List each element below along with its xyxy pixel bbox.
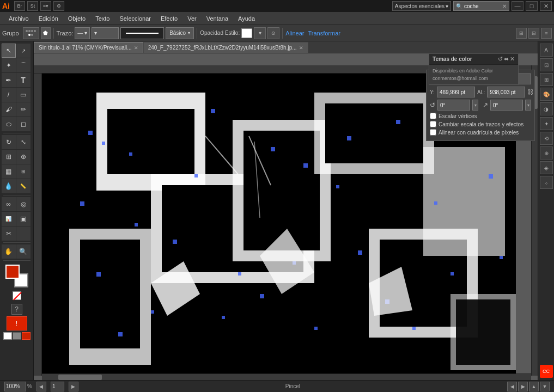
workspace-selector[interactable]: Aspectos esenciales ▾	[392, 1, 451, 11]
btn-icon-3[interactable]: ≡▾	[40, 1, 51, 11]
mesh-tool[interactable]: ⊞	[16, 164, 31, 179]
magic-wand-tool[interactable]: ✦	[2, 58, 16, 72]
temas-refresh-icon[interactable]: ↺	[498, 56, 503, 63]
selection-tool[interactable]: ↖	[2, 44, 16, 58]
angle1-input[interactable]	[437, 100, 470, 111]
transform-origin-grid[interactable]	[23, 27, 39, 39]
column-graph-tool[interactable]: 📊	[2, 212, 16, 226]
close-button[interactable]: ✕	[540, 1, 552, 11]
pencil-tool[interactable]: ✏	[16, 102, 31, 117]
panel-btn-4[interactable]: 🎨	[540, 88, 553, 101]
rectangle-tool[interactable]: ▭	[16, 88, 31, 102]
horizontal-scrollbar[interactable]	[42, 373, 531, 380]
gradient-tool[interactable]: ▦	[2, 164, 16, 179]
panel-btn-8[interactable]: ⊕	[540, 146, 553, 160]
eraser-tool[interactable]: ◻	[16, 117, 31, 131]
scale-tool[interactable]: ⤡	[16, 135, 31, 149]
angle2-dropdown[interactable]: ▾	[525, 100, 531, 111]
panel-btn-1[interactable]: A	[540, 44, 553, 57]
maximize-button[interactable]: □	[526, 1, 538, 11]
prev-page-btn[interactable]: ◀	[36, 382, 46, 391]
horizontal-scroll-thumb[interactable]	[58, 375, 102, 380]
lasso-tool[interactable]: ⌒	[16, 58, 31, 72]
grid-icon[interactable]: ⊞	[516, 28, 527, 39]
panel-btn-5[interactable]: ◑	[540, 102, 553, 115]
tab-2-close[interactable]: ✕	[299, 45, 303, 51]
shape-builder-tool[interactable]: ⊕	[16, 150, 31, 164]
slice-tool[interactable]: ✂	[2, 226, 16, 241]
hand-tool[interactable]: ✋	[2, 244, 16, 259]
panel-btn-6[interactable]: ✦	[540, 117, 553, 130]
measure-tool[interactable]: 📏	[16, 179, 31, 193]
tab-2[interactable]: 240_F_79227252_fRJxLbLtXZzw2D2tyyuM14i58…	[143, 42, 308, 53]
panel-btn-3[interactable]: ⊞	[540, 73, 553, 86]
blob-brush-tool[interactable]: ⬭	[2, 117, 16, 131]
temas-close-icon[interactable]: ✕	[510, 56, 515, 63]
menu-efecto[interactable]: Efecto	[156, 14, 182, 23]
menu-ventana[interactable]: Ventana	[202, 14, 233, 23]
page-input[interactable]	[51, 382, 64, 391]
menu-edicion[interactable]: Edición	[34, 14, 63, 23]
y-input[interactable]	[437, 87, 475, 97]
menu-seleccionar[interactable]: Seleccionar	[115, 14, 155, 23]
menu-ver[interactable]: Ver	[183, 14, 201, 23]
eyedropper-tool[interactable]: 💧	[2, 179, 16, 193]
search-input[interactable]	[464, 3, 502, 9]
search-clear-icon[interactable]: ✕	[502, 3, 507, 9]
text-tool[interactable]: T	[16, 73, 31, 87]
panel-btn-7[interactable]: ⟲	[540, 132, 553, 145]
style-opt-icon[interactable]: ⊙	[267, 27, 279, 39]
blend-tool[interactable]: ∞	[2, 197, 16, 211]
rotate-tool[interactable]: ↻	[2, 135, 16, 149]
nav-up[interactable]: ▲	[529, 382, 539, 391]
tab-1[interactable]: Sin título-1 al 71% (CMYK/Previsuali... …	[34, 42, 143, 53]
more-options-icon[interactable]: ≡	[541, 28, 552, 39]
alinear-checkbox[interactable]	[430, 129, 436, 136]
tab-1-close[interactable]: ✕	[134, 45, 138, 51]
foreground-color-box[interactable]	[5, 265, 20, 279]
none-color-icon[interactable]	[13, 291, 21, 300]
angle1-dropdown[interactable]: ▾	[472, 100, 478, 111]
nav-left[interactable]: ◀	[507, 382, 517, 391]
nav-down[interactable]: ▼	[540, 382, 550, 391]
free-transform-tool[interactable]: ⊞	[2, 150, 16, 164]
panel-btn-2[interactable]: ⊡	[540, 58, 553, 71]
angle2-input[interactable]	[490, 100, 523, 111]
escalar-checkbox[interactable]	[430, 113, 436, 119]
cambiar-escala-checkbox[interactable]	[430, 121, 436, 127]
canvas-content[interactable]: X: An.: Y: Al.: ⛓ ↺ ▾	[34, 53, 538, 380]
menu-texto[interactable]: Texto	[91, 14, 114, 23]
zoom-tool[interactable]: 🔍	[16, 244, 31, 259]
btn-icon-1[interactable]: Br	[14, 1, 25, 11]
symbol-tool[interactable]: ◎	[16, 197, 31, 211]
nav-right[interactable]: ▶	[518, 382, 528, 391]
question-icon[interactable]: ?	[11, 304, 22, 315]
direct-selection-tool[interactable]: ↗	[16, 44, 31, 58]
btn-icon-4[interactable]: ⚙	[53, 1, 64, 11]
temas-expand-icon[interactable]: ⬌	[504, 56, 509, 63]
style-dropdown[interactable]: Básico ▾	[166, 27, 194, 39]
trazo-dropdown[interactable]: — ▾	[75, 27, 90, 39]
menu-archivo[interactable]: Archivo	[4, 14, 33, 23]
artboard-tool[interactable]: ▣	[16, 212, 31, 226]
minimize-button[interactable]: —	[512, 1, 523, 11]
link-icon[interactable]: ⛓	[527, 88, 534, 96]
next-page-btn[interactable]: ▶	[69, 382, 78, 391]
brush-tool[interactable]: 🖌	[2, 102, 16, 117]
mode-toggle[interactable]: ⬟	[41, 27, 51, 39]
panel-btn-9[interactable]: ◈	[540, 161, 553, 174]
menu-objeto[interactable]: Objeto	[64, 14, 90, 23]
trazo-size-dropdown[interactable]: ▾	[92, 27, 119, 39]
transformar-btn[interactable]: Transformar	[308, 30, 340, 36]
height-input[interactable]	[487, 87, 525, 97]
alert-icon[interactable]: !	[7, 316, 27, 330]
menu-ayuda[interactable]: Ayuda	[234, 14, 259, 23]
style-options-btn[interactable]: ▾	[254, 27, 266, 39]
style-color-box[interactable]	[241, 28, 252, 38]
alinear-btn[interactable]: Alinear	[285, 30, 304, 36]
line-tool[interactable]: /	[2, 88, 16, 102]
grid2-icon[interactable]: ⊟	[528, 28, 539, 39]
panel-btn-cc[interactable]: CC	[540, 365, 553, 378]
zoom-input[interactable]	[4, 382, 26, 391]
panel-btn-10[interactable]: ⬦	[540, 176, 553, 189]
